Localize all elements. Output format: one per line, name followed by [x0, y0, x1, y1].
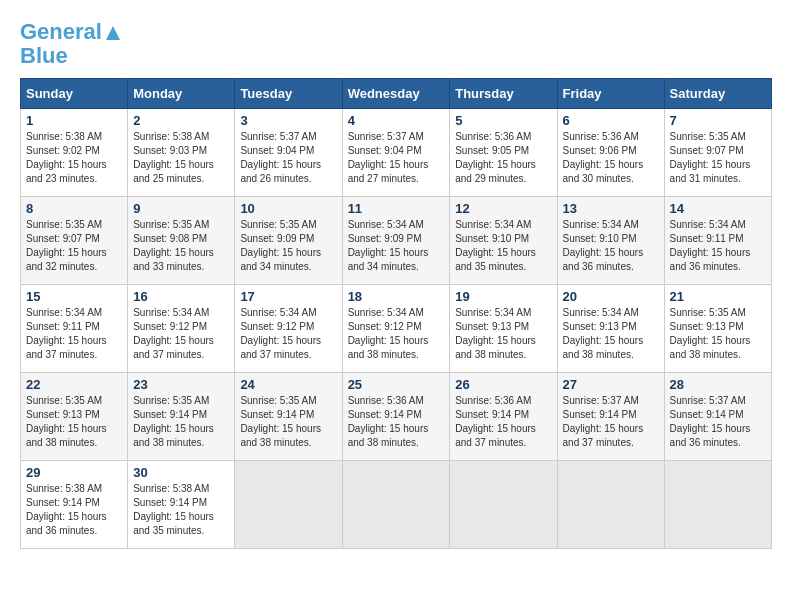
calendar-cell: 29Sunrise: 5:38 AM Sunset: 9:14 PM Dayli… — [21, 461, 128, 549]
day-number: 11 — [348, 201, 445, 216]
calendar-week-row: 8Sunrise: 5:35 AM Sunset: 9:07 PM Daylig… — [21, 197, 772, 285]
day-info: Sunrise: 5:35 AM Sunset: 9:14 PM Dayligh… — [133, 394, 229, 450]
page-header: General Blue — [20, 20, 772, 68]
calendar-cell: 7Sunrise: 5:35 AM Sunset: 9:07 PM Daylig… — [664, 109, 771, 197]
day-info: Sunrise: 5:35 AM Sunset: 9:13 PM Dayligh… — [26, 394, 122, 450]
weekday-header: Sunday — [21, 79, 128, 109]
calendar-cell: 19Sunrise: 5:34 AM Sunset: 9:13 PM Dayli… — [450, 285, 557, 373]
day-info: Sunrise: 5:34 AM Sunset: 9:10 PM Dayligh… — [455, 218, 551, 274]
day-info: Sunrise: 5:36 AM Sunset: 9:05 PM Dayligh… — [455, 130, 551, 186]
calendar-cell: 21Sunrise: 5:35 AM Sunset: 9:13 PM Dayli… — [664, 285, 771, 373]
calendar-cell: 27Sunrise: 5:37 AM Sunset: 9:14 PM Dayli… — [557, 373, 664, 461]
day-number: 8 — [26, 201, 122, 216]
calendar-cell: 22Sunrise: 5:35 AM Sunset: 9:13 PM Dayli… — [21, 373, 128, 461]
logo-text: General Blue — [20, 20, 122, 68]
calendar-cell: 15Sunrise: 5:34 AM Sunset: 9:11 PM Dayli… — [21, 285, 128, 373]
day-info: Sunrise: 5:37 AM Sunset: 9:04 PM Dayligh… — [240, 130, 336, 186]
day-info: Sunrise: 5:35 AM Sunset: 9:07 PM Dayligh… — [26, 218, 122, 274]
logo-blue: Blue — [20, 43, 68, 68]
day-info: Sunrise: 5:36 AM Sunset: 9:06 PM Dayligh… — [563, 130, 659, 186]
logo: General Blue — [20, 20, 122, 68]
day-info: Sunrise: 5:38 AM Sunset: 9:02 PM Dayligh… — [26, 130, 122, 186]
calendar-cell — [342, 461, 450, 549]
day-info: Sunrise: 5:35 AM Sunset: 9:14 PM Dayligh… — [240, 394, 336, 450]
day-number: 9 — [133, 201, 229, 216]
day-number: 27 — [563, 377, 659, 392]
day-info: Sunrise: 5:37 AM Sunset: 9:14 PM Dayligh… — [670, 394, 766, 450]
calendar-cell: 20Sunrise: 5:34 AM Sunset: 9:13 PM Dayli… — [557, 285, 664, 373]
day-info: Sunrise: 5:37 AM Sunset: 9:14 PM Dayligh… — [563, 394, 659, 450]
day-info: Sunrise: 5:38 AM Sunset: 9:14 PM Dayligh… — [26, 482, 122, 538]
day-info: Sunrise: 5:34 AM Sunset: 9:13 PM Dayligh… — [455, 306, 551, 362]
weekday-header: Friday — [557, 79, 664, 109]
day-number: 18 — [348, 289, 445, 304]
day-info: Sunrise: 5:38 AM Sunset: 9:03 PM Dayligh… — [133, 130, 229, 186]
day-info: Sunrise: 5:36 AM Sunset: 9:14 PM Dayligh… — [348, 394, 445, 450]
day-number: 12 — [455, 201, 551, 216]
day-info: Sunrise: 5:34 AM Sunset: 9:13 PM Dayligh… — [563, 306, 659, 362]
svg-marker-0 — [106, 26, 120, 40]
logo-general: General — [20, 19, 102, 44]
calendar-cell — [664, 461, 771, 549]
day-number: 2 — [133, 113, 229, 128]
day-info: Sunrise: 5:38 AM Sunset: 9:14 PM Dayligh… — [133, 482, 229, 538]
calendar-cell — [557, 461, 664, 549]
calendar-cell: 26Sunrise: 5:36 AM Sunset: 9:14 PM Dayli… — [450, 373, 557, 461]
calendar-week-row: 1Sunrise: 5:38 AM Sunset: 9:02 PM Daylig… — [21, 109, 772, 197]
day-info: Sunrise: 5:34 AM Sunset: 9:12 PM Dayligh… — [240, 306, 336, 362]
day-number: 6 — [563, 113, 659, 128]
logo-icon — [104, 24, 122, 42]
day-info: Sunrise: 5:34 AM Sunset: 9:11 PM Dayligh… — [26, 306, 122, 362]
weekday-header: Wednesday — [342, 79, 450, 109]
day-number: 25 — [348, 377, 445, 392]
calendar-cell: 24Sunrise: 5:35 AM Sunset: 9:14 PM Dayli… — [235, 373, 342, 461]
weekday-header: Saturday — [664, 79, 771, 109]
day-number: 1 — [26, 113, 122, 128]
calendar-cell: 10Sunrise: 5:35 AM Sunset: 9:09 PM Dayli… — [235, 197, 342, 285]
day-info: Sunrise: 5:35 AM Sunset: 9:07 PM Dayligh… — [670, 130, 766, 186]
calendar-cell — [450, 461, 557, 549]
day-number: 26 — [455, 377, 551, 392]
day-number: 24 — [240, 377, 336, 392]
day-number: 5 — [455, 113, 551, 128]
day-info: Sunrise: 5:36 AM Sunset: 9:14 PM Dayligh… — [455, 394, 551, 450]
calendar-cell: 23Sunrise: 5:35 AM Sunset: 9:14 PM Dayli… — [128, 373, 235, 461]
day-info: Sunrise: 5:34 AM Sunset: 9:11 PM Dayligh… — [670, 218, 766, 274]
day-number: 13 — [563, 201, 659, 216]
calendar-cell: 25Sunrise: 5:36 AM Sunset: 9:14 PM Dayli… — [342, 373, 450, 461]
calendar-cell: 30Sunrise: 5:38 AM Sunset: 9:14 PM Dayli… — [128, 461, 235, 549]
calendar-cell: 18Sunrise: 5:34 AM Sunset: 9:12 PM Dayli… — [342, 285, 450, 373]
weekday-header: Tuesday — [235, 79, 342, 109]
calendar-cell: 11Sunrise: 5:34 AM Sunset: 9:09 PM Dayli… — [342, 197, 450, 285]
day-number: 3 — [240, 113, 336, 128]
day-number: 19 — [455, 289, 551, 304]
day-number: 7 — [670, 113, 766, 128]
weekday-header-row: SundayMondayTuesdayWednesdayThursdayFrid… — [21, 79, 772, 109]
calendar-cell: 3Sunrise: 5:37 AM Sunset: 9:04 PM Daylig… — [235, 109, 342, 197]
calendar-cell: 12Sunrise: 5:34 AM Sunset: 9:10 PM Dayli… — [450, 197, 557, 285]
calendar-cell: 13Sunrise: 5:34 AM Sunset: 9:10 PM Dayli… — [557, 197, 664, 285]
day-number: 30 — [133, 465, 229, 480]
calendar-cell: 5Sunrise: 5:36 AM Sunset: 9:05 PM Daylig… — [450, 109, 557, 197]
calendar-week-row: 29Sunrise: 5:38 AM Sunset: 9:14 PM Dayli… — [21, 461, 772, 549]
calendar-week-row: 15Sunrise: 5:34 AM Sunset: 9:11 PM Dayli… — [21, 285, 772, 373]
calendar-cell: 16Sunrise: 5:34 AM Sunset: 9:12 PM Dayli… — [128, 285, 235, 373]
calendar-cell: 4Sunrise: 5:37 AM Sunset: 9:04 PM Daylig… — [342, 109, 450, 197]
day-info: Sunrise: 5:34 AM Sunset: 9:12 PM Dayligh… — [348, 306, 445, 362]
calendar-cell: 17Sunrise: 5:34 AM Sunset: 9:12 PM Dayli… — [235, 285, 342, 373]
calendar-cell: 9Sunrise: 5:35 AM Sunset: 9:08 PM Daylig… — [128, 197, 235, 285]
day-info: Sunrise: 5:35 AM Sunset: 9:09 PM Dayligh… — [240, 218, 336, 274]
calendar-week-row: 22Sunrise: 5:35 AM Sunset: 9:13 PM Dayli… — [21, 373, 772, 461]
day-number: 28 — [670, 377, 766, 392]
day-number: 17 — [240, 289, 336, 304]
calendar-cell: 2Sunrise: 5:38 AM Sunset: 9:03 PM Daylig… — [128, 109, 235, 197]
day-number: 16 — [133, 289, 229, 304]
calendar-cell: 14Sunrise: 5:34 AM Sunset: 9:11 PM Dayli… — [664, 197, 771, 285]
weekday-header: Thursday — [450, 79, 557, 109]
day-number: 20 — [563, 289, 659, 304]
day-info: Sunrise: 5:35 AM Sunset: 9:08 PM Dayligh… — [133, 218, 229, 274]
calendar-cell — [235, 461, 342, 549]
day-number: 22 — [26, 377, 122, 392]
day-number: 15 — [26, 289, 122, 304]
day-info: Sunrise: 5:37 AM Sunset: 9:04 PM Dayligh… — [348, 130, 445, 186]
